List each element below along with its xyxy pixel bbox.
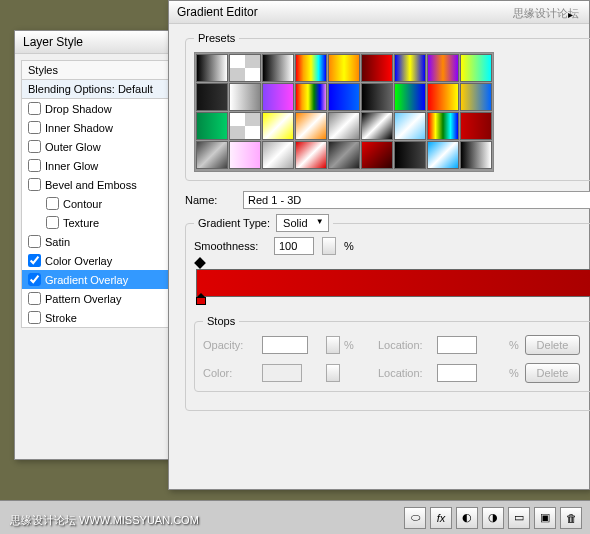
style-item-color-overlay[interactable]: Color Overlay — [22, 251, 176, 270]
mask-icon[interactable]: ◐ — [456, 507, 478, 529]
style-checkbox[interactable] — [28, 311, 41, 324]
opacity-delete-button: Delete — [525, 335, 580, 355]
style-label: Stroke — [45, 312, 77, 324]
color-stop-left[interactable] — [196, 297, 206, 309]
style-item-pattern-overlay[interactable]: Pattern Overlay — [22, 289, 176, 308]
opacity-input — [262, 336, 308, 354]
footer-watermark: 思缘设计论坛 WWW.MISSYUAN.COM — [10, 513, 199, 528]
gradient-editor-window: Gradient Editor 思缘设计论坛 Presets ▸ Name: G… — [168, 0, 590, 490]
style-item-texture[interactable]: Texture — [22, 213, 176, 232]
preset-swatch[interactable] — [196, 54, 228, 82]
presets-fieldset: Presets ▸ — [185, 32, 590, 181]
preset-swatch[interactable] — [460, 141, 492, 169]
preset-swatch[interactable] — [361, 112, 393, 140]
smoothness-input[interactable] — [274, 237, 314, 255]
stops-fieldset: Stops Opacity: % Location: % Delete Colo… — [194, 315, 590, 392]
smoothness-spinner[interactable] — [322, 237, 336, 255]
opacity-location-percent: % — [509, 339, 521, 351]
style-item-stroke[interactable]: Stroke — [22, 308, 176, 327]
preset-swatch[interactable] — [361, 141, 393, 169]
preset-swatch[interactable] — [229, 112, 261, 140]
style-label: Outer Glow — [45, 141, 101, 153]
blending-options[interactable]: Blending Options: Default — [21, 80, 177, 99]
preset-swatch[interactable] — [328, 54, 360, 82]
link-icon[interactable]: ⬭ — [404, 507, 426, 529]
style-item-outer-glow[interactable]: Outer Glow — [22, 137, 176, 156]
style-item-contour[interactable]: Contour — [22, 194, 176, 213]
preset-swatch[interactable] — [328, 83, 360, 111]
preset-swatch[interactable] — [295, 83, 327, 111]
preset-swatch[interactable] — [460, 112, 492, 140]
preset-swatch[interactable] — [361, 83, 393, 111]
gradient-bar[interactable] — [196, 269, 590, 297]
style-label: Inner Glow — [45, 160, 98, 172]
preset-swatch[interactable] — [229, 54, 261, 82]
preset-swatch[interactable] — [196, 141, 228, 169]
style-item-satin[interactable]: Satin — [22, 232, 176, 251]
presets-label: Presets — [194, 32, 239, 44]
preset-swatch[interactable] — [328, 112, 360, 140]
style-checkbox[interactable] — [28, 102, 41, 115]
preset-swatch[interactable] — [295, 54, 327, 82]
style-item-drop-shadow[interactable]: Drop Shadow — [22, 99, 176, 118]
style-label: Bevel and Emboss — [45, 179, 137, 191]
preset-swatch[interactable] — [361, 54, 393, 82]
preset-swatch[interactable] — [262, 54, 294, 82]
style-checkbox[interactable] — [46, 197, 59, 210]
opacity-location-input — [437, 336, 477, 354]
preset-swatch[interactable] — [427, 112, 459, 140]
style-checkbox[interactable] — [28, 292, 41, 305]
style-item-gradient-overlay[interactable]: Gradient Overlay — [22, 270, 176, 289]
name-label: Name: — [185, 194, 235, 206]
style-checkbox[interactable] — [28, 273, 41, 286]
preset-swatch[interactable] — [229, 141, 261, 169]
color-location-percent: % — [509, 367, 521, 379]
style-item-inner-shadow[interactable]: Inner Shadow — [22, 118, 176, 137]
preset-swatch[interactable] — [196, 112, 228, 140]
preset-swatch[interactable] — [427, 83, 459, 111]
style-item-inner-glow[interactable]: Inner Glow — [22, 156, 176, 175]
style-checkbox[interactable] — [46, 216, 59, 229]
preset-swatch[interactable] — [427, 54, 459, 82]
presets-menu-icon[interactable]: ▸ — [568, 9, 573, 20]
opacity-label: Opacity: — [203, 339, 258, 351]
style-list: Drop ShadowInner ShadowOuter GlowInner G… — [21, 99, 177, 328]
folder-icon[interactable]: ▭ — [508, 507, 530, 529]
preset-swatch[interactable] — [394, 141, 426, 169]
preset-swatch[interactable] — [460, 83, 492, 111]
trash-icon[interactable]: 🗑 — [560, 507, 582, 529]
color-spinner — [326, 364, 340, 382]
preset-swatch[interactable] — [427, 141, 459, 169]
opacity-percent: % — [344, 339, 374, 351]
new-layer-icon[interactable]: ▣ — [534, 507, 556, 529]
stops-label: Stops — [203, 315, 239, 327]
preset-swatch[interactable] — [394, 54, 426, 82]
gradient-settings-fieldset: Gradient Type: Solid Smoothness: % Stops — [185, 217, 590, 411]
preset-swatch[interactable] — [262, 83, 294, 111]
preset-swatch[interactable] — [394, 83, 426, 111]
style-checkbox[interactable] — [28, 178, 41, 191]
preset-swatch[interactable] — [262, 112, 294, 140]
preset-swatch[interactable] — [229, 83, 261, 111]
fx-icon[interactable]: fx — [430, 507, 452, 529]
preset-swatch[interactable] — [295, 141, 327, 169]
swatch-grid — [194, 52, 494, 172]
preset-swatch[interactable] — [394, 112, 426, 140]
style-checkbox[interactable] — [28, 254, 41, 267]
opacity-stop-left[interactable] — [196, 259, 206, 269]
preset-swatch[interactable] — [328, 141, 360, 169]
style-checkbox[interactable] — [28, 235, 41, 248]
style-checkbox[interactable] — [28, 140, 41, 153]
name-input[interactable] — [243, 191, 590, 209]
style-checkbox[interactable] — [28, 159, 41, 172]
preset-swatch[interactable] — [196, 83, 228, 111]
preset-swatch[interactable] — [460, 54, 492, 82]
styles-header[interactable]: Styles — [21, 60, 177, 80]
style-checkbox[interactable] — [28, 121, 41, 134]
adjustment-icon[interactable]: ◑ — [482, 507, 504, 529]
preset-swatch[interactable] — [262, 141, 294, 169]
gradient-type-dropdown[interactable]: Solid — [276, 214, 328, 232]
gradient-type-label: Gradient Type: — [198, 217, 270, 229]
style-item-bevel-and-emboss[interactable]: Bevel and Emboss — [22, 175, 176, 194]
preset-swatch[interactable] — [295, 112, 327, 140]
